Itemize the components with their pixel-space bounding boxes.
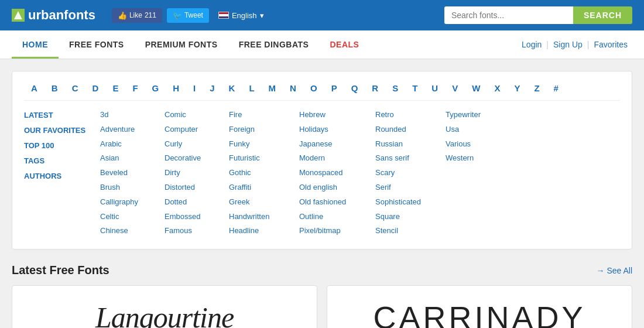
cat-dirty[interactable]: Dirty [165, 167, 229, 179]
cat-outline[interactable]: Outline [299, 211, 375, 223]
cat-serif[interactable]: Serif [375, 182, 446, 194]
alpha-y[interactable]: Y [507, 83, 527, 93]
alpha-a[interactable]: A [24, 83, 44, 93]
cat-monospaced[interactable]: Monospaced [299, 167, 375, 179]
cat-arabic[interactable]: Arabic [100, 138, 165, 151]
cat-old-fashioned[interactable]: Old fashioned [299, 196, 375, 209]
cat-retro[interactable]: Retro [375, 109, 446, 121]
search-button[interactable]: SEARCH [573, 6, 632, 24]
nav-item-deals[interactable]: DEALS [319, 30, 369, 59]
alpha-p[interactable]: P [324, 83, 344, 93]
cat-holidays[interactable]: Holidays [299, 124, 375, 136]
cat-dotted[interactable]: Dotted [165, 196, 229, 209]
font-card-2[interactable]: CARRINADY [327, 285, 632, 328]
alpha-s[interactable]: S [385, 83, 405, 93]
alpha-r[interactable]: R [365, 83, 385, 93]
cat-scary[interactable]: Scary [375, 167, 446, 179]
latest-title: Latest Free Fonts [12, 264, 109, 277]
cat-funky[interactable]: Funky [229, 138, 299, 151]
alpha-o[interactable]: O [303, 83, 324, 93]
cat-greek[interactable]: Greek [229, 196, 299, 209]
alpha-k[interactable]: K [222, 83, 242, 93]
alpha-j[interactable]: J [203, 83, 221, 93]
alpha-d[interactable]: D [85, 83, 106, 93]
cat-headline[interactable]: Headline [229, 225, 299, 237]
font-card-1[interactable]: Langourtine [12, 285, 317, 328]
cat-computer[interactable]: Computer [165, 124, 229, 136]
like-button[interactable]: 👍 Like 211 [112, 8, 162, 23]
alpha-i[interactable]: I [186, 83, 203, 93]
search-input[interactable] [444, 6, 573, 24]
cat-adventure[interactable]: Adventure [100, 124, 165, 136]
alpha-e[interactable]: E [105, 83, 125, 93]
cat-celtic[interactable]: Celtic [100, 211, 165, 223]
category-col-1: 3d Adventure Arabic Asian Beveled Brush … [100, 109, 165, 237]
quick-link-top100[interactable]: TOP 100 [24, 139, 94, 152]
favorites-link[interactable]: Favorites [589, 40, 632, 49]
tweet-button[interactable]: 🐦 Tweet [167, 8, 209, 23]
alpha-b[interactable]: B [44, 83, 65, 93]
cat-comic[interactable]: Comic [165, 109, 229, 121]
quick-link-tags[interactable]: TAGS [24, 155, 94, 168]
nav-item-free-fonts[interactable]: FREE FONTS [59, 30, 135, 59]
nav-item-free-dingbats[interactable]: FREE DINGBATS [228, 30, 320, 59]
cat-gothic[interactable]: Gothic [229, 167, 299, 179]
quick-link-authors[interactable]: AUTHORS [24, 170, 94, 183]
cat-foreign[interactable]: Foreign [229, 124, 299, 136]
cat-brush[interactable]: Brush [100, 182, 165, 194]
cat-asian[interactable]: Asian [100, 152, 165, 165]
alpha-t[interactable]: T [405, 83, 424, 93]
cat-calligraphy[interactable]: Calligraphy [100, 196, 165, 209]
cat-modern[interactable]: Modern [299, 152, 375, 165]
alpha-n[interactable]: N [283, 83, 303, 93]
logo[interactable]: urbanfonts [12, 8, 95, 23]
cat-sophisticated[interactable]: Sophisticated [375, 196, 446, 209]
cat-various[interactable]: Various [446, 138, 510, 151]
cat-graffiti[interactable]: Graffiti [229, 182, 299, 194]
alpha-c[interactable]: C [65, 83, 85, 93]
cat-pixel-bitmap[interactable]: Pixel/bitmap [299, 225, 375, 237]
cat-stencil[interactable]: Stencil [375, 225, 446, 237]
alpha-w[interactable]: W [465, 83, 487, 93]
cat-embossed[interactable]: Embossed [165, 211, 229, 223]
signup-link[interactable]: Sign Up [549, 40, 587, 49]
cat-curly[interactable]: Curly [165, 138, 229, 151]
cat-sans-serif[interactable]: Sans serif [375, 152, 446, 165]
cat-japanese[interactable]: Japanese [299, 138, 375, 151]
cat-usa[interactable]: Usa [446, 124, 510, 136]
language-selector[interactable]: English ▾ [218, 11, 264, 20]
alpha-g[interactable]: G [145, 83, 166, 93]
alpha-hash[interactable]: # [547, 83, 566, 93]
cat-old-english[interactable]: Old english [299, 182, 375, 194]
cat-hebrew[interactable]: Hebrew [299, 109, 375, 121]
alpha-x[interactable]: X [487, 83, 507, 93]
cat-distorted[interactable]: Distorted [165, 182, 229, 194]
cat-futuristic[interactable]: Futuristic [229, 152, 299, 165]
alpha-z[interactable]: Z [527, 83, 546, 93]
quick-link-latest[interactable]: LATEST [24, 109, 94, 122]
cat-3d[interactable]: 3d [100, 109, 165, 121]
cat-fire[interactable]: Fire [229, 109, 299, 121]
cat-beveled[interactable]: Beveled [100, 167, 165, 179]
alpha-v[interactable]: V [445, 83, 465, 93]
alpha-u[interactable]: U [424, 83, 445, 93]
quick-link-favorites[interactable]: OUR FAVORITES [24, 124, 94, 137]
alpha-h[interactable]: H [166, 83, 186, 93]
login-link[interactable]: Login [517, 40, 546, 49]
cat-famous[interactable]: Famous [165, 225, 229, 237]
alpha-l[interactable]: L [242, 83, 261, 93]
cat-decorative[interactable]: Decorative [165, 152, 229, 165]
nav-item-premium-fonts[interactable]: PREMIUM FONTS [135, 30, 228, 59]
cat-chinese[interactable]: Chinese [100, 225, 165, 237]
cat-handwritten[interactable]: Handwritten [229, 211, 299, 223]
alpha-q[interactable]: Q [344, 83, 365, 93]
alpha-f[interactable]: F [125, 83, 145, 93]
nav-item-home[interactable]: HOME [12, 30, 59, 59]
cat-western[interactable]: Western [446, 152, 510, 165]
cat-rounded[interactable]: Rounded [375, 124, 446, 136]
see-all-link[interactable]: → See All [597, 266, 632, 275]
cat-square[interactable]: Square [375, 211, 446, 223]
cat-typewriter[interactable]: Typewriter [446, 109, 510, 121]
alpha-m[interactable]: M [262, 83, 283, 93]
cat-russian[interactable]: Russian [375, 138, 446, 151]
